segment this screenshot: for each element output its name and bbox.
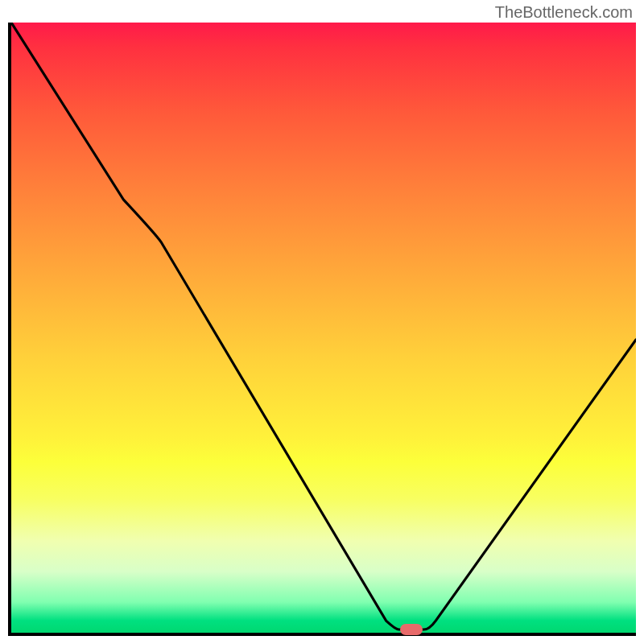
bottleneck-curve-path <box>11 23 636 630</box>
curve-layer <box>11 23 636 633</box>
bottleneck-chart: TheBottleneck.com <box>0 0 644 644</box>
plot-area <box>8 23 636 636</box>
watermark-text: TheBottleneck.com <box>495 3 633 22</box>
optimal-marker <box>400 624 423 635</box>
